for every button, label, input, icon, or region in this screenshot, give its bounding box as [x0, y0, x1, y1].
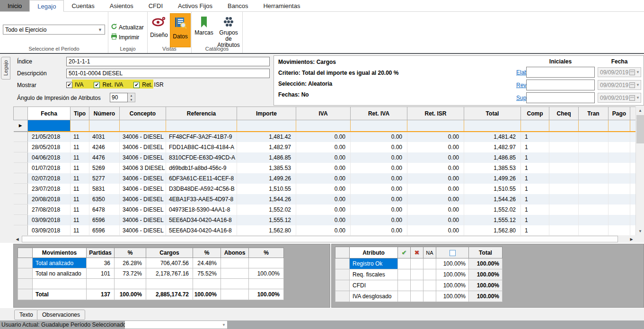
grid-cell[interactable] [609, 132, 630, 142]
vertical-scrollbar[interactable]: ▲ ▼ [635, 107, 644, 235]
summary-cell[interactable] [146, 279, 193, 289]
grid-cell[interactable] [579, 173, 609, 184]
grid-cell[interactable] [579, 142, 609, 152]
grid-cell[interactable]: 1,555.12 [237, 215, 296, 225]
column-header[interactable]: Concepto [120, 107, 166, 120]
grid-cell[interactable]: 0.00 [296, 184, 351, 194]
column-header[interactable]: Pago [609, 107, 630, 120]
grid-cell[interactable]: 11 [71, 152, 89, 163]
summary-cell[interactable] [221, 289, 249, 300]
scroll-down-icon[interactable]: ▼ [636, 227, 644, 235]
grid-cell[interactable]: 6596 [89, 215, 120, 225]
grid-cell[interactable]: 0.00 [407, 194, 464, 205]
summary-cell[interactable] [33, 279, 87, 289]
row-selector-cell[interactable] [14, 173, 28, 184]
attribute-cell[interactable]: 100.00% [436, 258, 469, 269]
scroll-right-icon[interactable]: ▶ [627, 235, 635, 243]
grid-filter-cell[interactable] [351, 120, 407, 132]
column-header[interactable]: Cheq [549, 107, 579, 120]
grid-cell[interactable] [579, 163, 609, 173]
attribute-cell[interactable] [398, 269, 411, 280]
grid-cell[interactable]: 0.00 [351, 132, 407, 142]
row-selector-cell[interactable] [335, 291, 350, 302]
table-row[interactable]: 03/09/201811659634006 - DIESEL5EE6AD34-0… [14, 215, 636, 225]
summary-cell[interactable]: Total [33, 289, 87, 300]
grid-cell[interactable]: 1,552.02 [464, 205, 521, 215]
attribute-cell[interactable]: Req. fiscales [350, 269, 398, 280]
datos-button[interactable]: Datos [170, 13, 191, 47]
grid-cell[interactable]: FDD1AB8C-41C8-4184-A [166, 142, 237, 152]
grid-cell[interactable]: 0.00 [351, 184, 407, 194]
grid-cell[interactable] [549, 205, 579, 215]
column-header[interactable]: Partidas [87, 248, 115, 258]
descripcion-field[interactable] [66, 69, 270, 78]
period-combobox[interactable]: Todo el Ejercicio ▼ [3, 25, 105, 35]
grid-cell[interactable]: 1 [521, 132, 549, 142]
grid-cell[interactable]: 1 [521, 225, 549, 236]
summary-cell[interactable] [115, 279, 146, 289]
grid-cell[interactable]: 11 [71, 184, 89, 194]
attribute-cell[interactable] [423, 269, 436, 280]
vertical-scrollbar-thumb[interactable] [636, 115, 644, 143]
grid-cell[interactable]: 0.00 [296, 152, 351, 163]
grid-cell[interactable]: 34006 - DIESEL [120, 225, 166, 236]
grid-cell[interactable]: 1,562.80 [237, 225, 296, 236]
grid-filter-cell[interactable] [71, 120, 89, 132]
horizontal-scrollbar[interactable]: ◀ ▶ [13, 235, 635, 243]
table-row[interactable]: 28/05/201811424634006 - DIESELFDD1AB8C-4… [14, 142, 636, 152]
grid-cell[interactable]: 0.00 [407, 132, 464, 142]
grid-cell[interactable] [549, 225, 579, 236]
grid-cell[interactable]: 5831 [89, 184, 120, 194]
attribute-cell[interactable] [398, 258, 411, 269]
row-selector-cell[interactable] [14, 205, 28, 215]
marcas-button[interactable]: Marcas [193, 13, 215, 36]
attribute-cell[interactable] [398, 280, 411, 291]
summary-cell[interactable]: 75.52% [193, 268, 221, 279]
grid-cell[interactable]: 1,486.85 [237, 152, 296, 163]
grid-cell[interactable]: 11 [71, 142, 89, 152]
grid-filter-cell[interactable] [630, 120, 636, 132]
summary-cell[interactable] [249, 279, 284, 289]
row-selector-cell[interactable] [14, 142, 28, 152]
table-row[interactable]: Total no analizado10173.72%2,178,767.167… [18, 268, 284, 279]
grid-cell[interactable]: 1 [521, 142, 549, 152]
spinner-up-icon[interactable]: ▲ [128, 93, 135, 98]
grid-cell[interactable]: 0.00 [296, 142, 351, 152]
grid-cell[interactable]: 11 [71, 132, 89, 142]
grid-cell[interactable] [609, 173, 630, 184]
rev-date-picker[interactable]: 09/09/2019 ▼ [598, 80, 641, 90]
table-row[interactable]: 01/07/201811526934006 3 DIESELd69bdb1f-a… [14, 163, 636, 173]
grid-filter-cell[interactable] [579, 120, 609, 132]
angulo-field[interactable] [110, 93, 128, 102]
attribute-cell[interactable] [411, 258, 423, 269]
summary-cell[interactable]: Total analizado [33, 258, 87, 268]
row-selector-cell[interactable] [14, 184, 28, 194]
table-row[interactable]: 04/06/201811447634006 - DIESEL8310CFDE-E… [14, 152, 636, 163]
attribute-cell[interactable]: CFDI [350, 280, 398, 291]
grid-cell[interactable]: 11 [71, 225, 89, 236]
ret-isr-checkbox[interactable]: ✔ Ret. ISR [133, 81, 163, 88]
grid-cell[interactable]: 11 [71, 194, 89, 205]
column-header[interactable]: IVA [296, 107, 351, 120]
summary-cell[interactable]: 26.28% [115, 258, 146, 268]
summary-cell[interactable]: 100.00% [193, 289, 221, 300]
grid-cell[interactable]: 34006 - DIESEL [120, 184, 166, 194]
row-selector-cell[interactable] [14, 132, 28, 142]
grid-cell[interactable] [549, 173, 579, 184]
attribute-cell[interactable]: IVA desglosado [350, 291, 398, 302]
summary-cell[interactable]: 100.00% [115, 289, 146, 300]
attribute-cell[interactable]: Registro Ok [350, 258, 398, 269]
row-selector-cell[interactable] [18, 289, 33, 300]
attribute-cell[interactable]: 100.00% [469, 291, 503, 302]
grid-cell[interactable]: 5EE6AD34-0420-4A16-8 [166, 225, 237, 236]
grid-cell[interactable]: 4476 [89, 152, 120, 163]
grid-cell[interactable]: 6596 [89, 225, 120, 236]
column-header[interactable]: Referencia [166, 107, 237, 120]
row-selector-cell[interactable] [18, 268, 33, 279]
attribute-cell[interactable] [398, 291, 411, 302]
grid-cell[interactable]: 34006 - DIESEL [120, 142, 166, 152]
column-header[interactable]: Tipo [71, 107, 89, 120]
grid-cell[interactable] [579, 215, 609, 225]
elab-date-picker[interactable]: 09/09/2019 ▼ [598, 67, 641, 77]
summary-cell[interactable] [221, 258, 249, 268]
